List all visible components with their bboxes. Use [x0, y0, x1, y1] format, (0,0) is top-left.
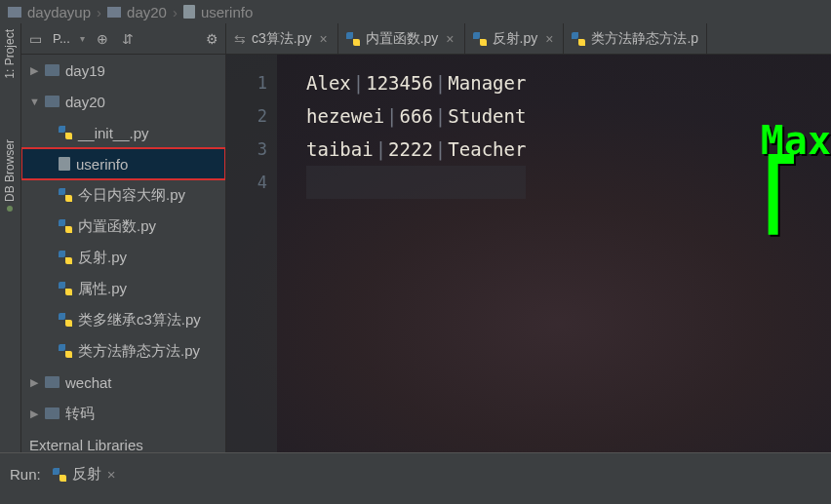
python-icon — [53, 468, 66, 482]
close-icon[interactable]: × — [543, 31, 555, 47]
tree-file-builtin[interactable]: 内置函数.py — [21, 211, 225, 242]
editor-tabs: ⇆ c3算法.py × 内置函数.py × 反射.py × 类方法静态方法.p — [226, 23, 831, 55]
editor-tab[interactable]: 内置函数.py × — [338, 23, 465, 55]
editor-tab[interactable]: 类方法静态方法.p — [564, 23, 707, 55]
chevron-down-icon: ▼ — [29, 96, 39, 107]
folder-icon — [107, 7, 121, 18]
python-icon — [59, 126, 72, 139]
breadcrumb-root[interactable]: daydayup — [27, 4, 91, 20]
python-icon — [346, 32, 360, 46]
window-icon[interactable]: ▭ — [27, 31, 43, 47]
tree-label: 类多继承c3算法.py — [78, 311, 201, 330]
line-number: 2 — [226, 99, 267, 133]
chevron-right-icon: ▶ — [29, 64, 39, 77]
run-tab-label: 反射 — [72, 465, 101, 484]
chevron-right-icon: › — [173, 4, 178, 20]
tree-folder-day19[interactable]: ▶ day19 — [21, 55, 225, 86]
breadcrumb-file[interactable]: userinfo — [201, 4, 253, 20]
line-number: 1 — [226, 66, 267, 99]
tree-label: 类方法静态方法.py — [78, 342, 200, 361]
close-icon[interactable]: × — [444, 31, 455, 47]
editor-tab[interactable]: ⇆ c3算法.py × — [226, 23, 338, 55]
tree-file-static[interactable]: 类方法静态方法.py — [21, 335, 225, 367]
python-icon — [572, 32, 585, 46]
tree-file-userinfo[interactable]: userinfo — [21, 148, 225, 179]
tree-label: 转码 — [65, 405, 95, 423]
tree-label: day20 — [65, 94, 105, 110]
file-icon — [183, 5, 195, 19]
python-icon — [473, 32, 487, 46]
tree-file-init[interactable]: __init__.py — [21, 117, 225, 148]
editor-area: ⇆ c3算法.py × 内置函数.py × 反射.py × 类方法静态方法.p … — [226, 23, 831, 452]
editor-content[interactable]: Alex|123456|Manager hezewei|666|Student … — [277, 55, 526, 452]
tree-label: 内置函数.py — [78, 217, 156, 236]
tree-label: 反射.py — [78, 249, 127, 267]
chevron-right-icon: ▶ — [29, 407, 39, 420]
tree-label: day19 — [65, 62, 105, 79]
tree-file-reflect[interactable]: 反射.py — [21, 242, 225, 273]
chevron-right-icon: ▶ — [29, 376, 39, 389]
tab-label: 反射.py — [493, 30, 538, 48]
run-label: Run: — [10, 466, 41, 483]
tree-folder-wechat[interactable]: ▶ wechat — [21, 367, 225, 398]
run-tab[interactable]: 反射 × — [53, 465, 116, 484]
watermark: Max ⎡ — [761, 121, 831, 228]
project-tree: ▶ day19 ▼ day20 __init__.py userinfo 今日内… — [21, 55, 225, 452]
tab-label: 类方法静态方法.p — [591, 30, 698, 48]
close-icon[interactable]: × — [107, 466, 116, 483]
breadcrumb-folder[interactable]: day20 — [127, 4, 167, 20]
project-panel: ▭ P... ▾ ⊕ ⇵ ⚙ ▶ day19 ▼ day20 __init__.… — [21, 23, 226, 452]
tree-label: __init__.py — [78, 125, 149, 141]
tree-folder-day20[interactable]: ▼ day20 — [21, 86, 225, 117]
gutter: 1 2 3 4 — [226, 55, 277, 452]
file-icon — [59, 157, 70, 171]
project-tool-tab[interactable]: 1: Project — [0, 23, 20, 85]
tree-file-mro[interactable]: 类多继承c3算法.py — [21, 304, 225, 335]
folder-icon — [45, 407, 59, 419]
folder-icon — [45, 64, 59, 76]
locate-icon[interactable]: ⊕ — [95, 31, 110, 47]
external-libraries[interactable]: External Libraries — [21, 429, 225, 452]
tree-label: 属性.py — [78, 280, 127, 298]
python-icon — [59, 313, 72, 327]
editor-body[interactable]: 1 2 3 4 Alex|123456|Manager hezewei|666|… — [226, 55, 831, 452]
python-icon — [59, 251, 72, 264]
python-icon — [59, 188, 72, 202]
collapse-icon[interactable]: ⇵ — [120, 31, 136, 47]
tool-window-tabs: 1: Project DB Browser — [0, 23, 21, 452]
dropdown-icon[interactable]: ▾ — [80, 33, 85, 44]
line-number: 3 — [226, 133, 267, 166]
tree-file-attr[interactable]: 属性.py — [21, 273, 225, 304]
python-icon — [59, 282, 72, 295]
tab-label: 内置函数.py — [366, 30, 439, 48]
db-icon — [7, 206, 13, 212]
tree-label: wechat — [65, 374, 112, 391]
tree-folder-trans[interactable]: ▶ 转码 — [21, 398, 225, 429]
python-icon — [59, 219, 72, 233]
tree-file-outline[interactable]: 今日内容大纲.py — [21, 179, 225, 211]
project-toolbar: ▭ P... ▾ ⊕ ⇵ ⚙ — [21, 23, 225, 55]
db-browser-tool-tab[interactable]: DB Browser — [0, 134, 20, 217]
close-icon[interactable]: × — [317, 31, 329, 47]
folder-icon — [8, 7, 21, 18]
tree-label: 今日内容大纲.py — [78, 186, 185, 205]
project-dropdown[interactable]: P... — [53, 31, 70, 46]
breadcrumb: daydayup › day20 › userinfo — [0, 0, 831, 23]
tree-label: userinfo — [76, 156, 128, 173]
python-icon — [59, 344, 72, 358]
run-panel: Run: 反射 × — [0, 452, 831, 495]
gear-icon[interactable]: ⚙ — [204, 31, 219, 47]
editor-tab[interactable]: 反射.py × — [465, 23, 565, 55]
chevron-right-icon: › — [97, 4, 101, 20]
line-number: 4 — [226, 166, 267, 199]
folder-icon — [45, 376, 59, 388]
folder-icon — [45, 96, 59, 107]
tab-label: c3算法.py — [252, 30, 311, 48]
